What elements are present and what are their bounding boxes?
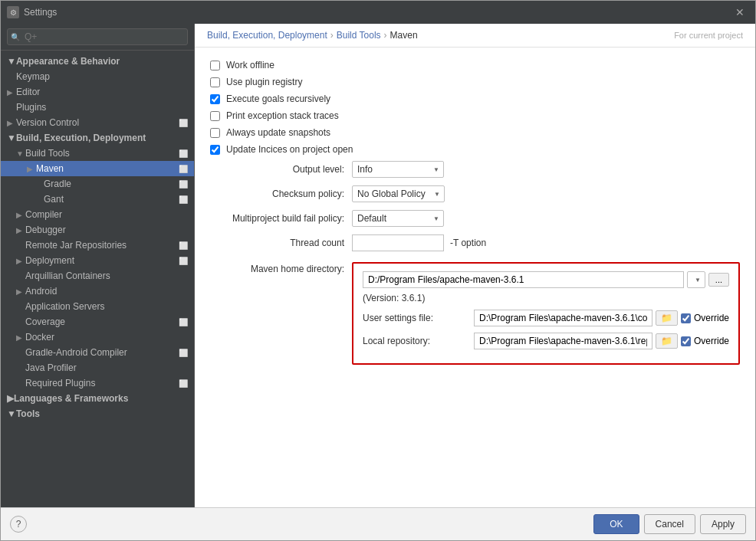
sidebar-item-maven[interactable]: ▶ Maven ⬜ <box>1 161 194 176</box>
close-button[interactable]: ✕ <box>731 5 749 20</box>
local-repo-label: Local repository: <box>363 336 474 346</box>
sidebar-item-label: Languages & Frameworks <box>14 393 128 404</box>
sidebar-item-build-tools[interactable]: ▼ Build Tools ⬜ <box>1 146 194 161</box>
sidebar-item-android[interactable]: ▶ Android <box>1 284 194 299</box>
arrow-icon <box>16 272 25 280</box>
arrow-icon: ▼ <box>7 56 16 67</box>
thread-count-input[interactable] <box>352 234 444 251</box>
maven-section: ... (Version: 3.6.1) User settings file: <box>352 262 740 365</box>
arrow-icon <box>16 364 25 372</box>
checksum-policy-value: No Global Policy Warn Fail <box>352 185 740 202</box>
sidebar-item-compiler[interactable]: ▶ Compiler <box>1 207 194 222</box>
thread-count-row: Thread count -T option <box>210 234 740 251</box>
sidebar-item-plugins[interactable]: Plugins <box>1 100 194 115</box>
ok-button[interactable]: OK <box>593 514 639 534</box>
sidebar-item-gradle-android[interactable]: Gradle-Android Compiler ⬜ <box>1 345 194 360</box>
sidebar-item-build-execution[interactable]: ▼ Build, Execution, Deployment <box>1 130 194 146</box>
sidebar-item-label: Plugins <box>16 102 46 113</box>
update-indices-checkbox[interactable] <box>210 145 220 155</box>
output-level-select[interactable]: Info Debug Error <box>352 161 444 178</box>
use-plugin-registry-checkbox[interactable] <box>210 77 220 87</box>
sidebar-item-label: Build Tools <box>25 148 70 159</box>
sidebar-item-keymap[interactable]: Keymap <box>1 69 194 84</box>
multiproject-policy-row: Multiproject build fail policy: Default … <box>210 210 740 227</box>
checksum-policy-row: Checksum policy: No Global Policy Warn F… <box>210 185 740 202</box>
sidebar-item-required-plugins[interactable]: Required Plugins ⬜ <box>1 375 194 391</box>
print-exception-checkbox[interactable] <box>210 111 220 121</box>
execute-goals-checkbox[interactable] <box>210 94 220 104</box>
user-settings-row: User settings file: 📁 Override <box>363 310 729 326</box>
sidebar-item-label: Compiler <box>25 209 62 220</box>
checksum-policy-select-wrapper: No Global Policy Warn Fail <box>352 185 445 202</box>
arrow-icon <box>16 379 25 388</box>
window-icon: ⚙ <box>7 6 19 18</box>
search-input[interactable] <box>7 28 188 45</box>
arrow-icon: ▶ <box>27 165 36 173</box>
maven-browse-button[interactable]: ... <box>708 273 729 287</box>
arrow-icon <box>35 195 44 204</box>
breadcrumb-project-label: For current project <box>674 31 743 40</box>
sync-icon: ⬜ <box>179 379 188 388</box>
checkbox-print-exception: Print exception stack traces <box>210 110 740 121</box>
maven-home-input[interactable] <box>363 271 684 288</box>
sidebar-item-tools[interactable]: ▼ Tools <box>1 406 194 421</box>
multiproject-policy-select[interactable]: Default Fail At End Never Fail <box>352 210 444 227</box>
arrow-icon <box>16 241 25 250</box>
arrow-icon: ▶ <box>16 257 25 265</box>
sidebar-item-app-servers[interactable]: Application Servers <box>1 299 194 314</box>
local-repo-override-checkbox[interactable] <box>681 336 691 346</box>
sidebar-item-coverage[interactable]: Coverage ⬜ <box>1 314 194 330</box>
user-settings-browse-button[interactable]: 📁 <box>656 310 678 326</box>
update-indices-label: Update Incices on project open <box>226 144 353 155</box>
nav-tree: ▼ Appearance & Behavior Keymap ▶ Editor <box>1 51 194 507</box>
apply-button[interactable]: Apply <box>700 514 746 534</box>
sidebar-item-deployment[interactable]: ▶ Deployment ⬜ <box>1 253 194 268</box>
thread-count-value: -T option <box>352 234 740 251</box>
sidebar-item-appearance[interactable]: ▼ Appearance & Behavior <box>1 54 194 69</box>
sidebar-item-languages[interactable]: ▶ Languages & Frameworks <box>1 391 194 406</box>
search-wrapper <box>7 28 188 45</box>
sidebar-item-docker[interactable]: ▶ Docker <box>1 330 194 345</box>
breadcrumb-item-1[interactable]: Build, Execution, Deployment <box>207 30 327 41</box>
arrow-icon <box>16 303 25 311</box>
always-update-checkbox[interactable] <box>210 128 220 138</box>
checksum-policy-select[interactable]: No Global Policy Warn Fail <box>352 185 445 202</box>
maven-home-select[interactable] <box>687 271 705 288</box>
output-level-value: Info Debug Error <box>352 161 740 178</box>
sidebar-item-arquillian[interactable]: Arquillian Containers <box>1 268 194 284</box>
arrow-icon: ▼ <box>16 149 25 158</box>
arrow-icon: ▶ <box>16 333 25 342</box>
work-offline-checkbox[interactable] <box>210 61 220 70</box>
help-button[interactable]: ? <box>10 516 27 533</box>
output-level-label: Output level: <box>210 164 352 175</box>
maven-home-dropdown-wrapper <box>687 271 705 288</box>
breadcrumb-item-2[interactable]: Build Tools <box>337 30 381 41</box>
sidebar-item-label: Appearance & Behavior <box>16 56 120 67</box>
local-repo-input[interactable] <box>474 333 652 349</box>
sidebar-item-debugger[interactable]: ▶ Debugger <box>1 222 194 238</box>
sidebar-item-label: Build, Execution, Deployment <box>16 133 146 143</box>
local-repo-browse-button[interactable]: 📁 <box>656 333 678 349</box>
sidebar-item-gradle[interactable]: Gradle ⬜ <box>1 176 194 192</box>
user-settings-label: User settings file: <box>363 313 474 323</box>
sidebar-item-java-profiler[interactable]: Java Profiler <box>1 360 194 375</box>
sidebar-item-version-control[interactable]: ▶ Version Control ⬜ <box>1 115 194 130</box>
arrow-icon <box>16 318 25 326</box>
sidebar-item-gant[interactable]: Gant ⬜ <box>1 192 194 207</box>
sidebar-item-remote-jar[interactable]: Remote Jar Repositories ⬜ <box>1 238 194 253</box>
user-settings-override-checkbox[interactable] <box>681 313 691 323</box>
sidebar-item-label: Version Control <box>16 117 79 128</box>
cancel-button[interactable]: Cancel <box>644 514 695 534</box>
checksum-policy-label: Checksum policy: <box>210 189 352 199</box>
user-settings-input[interactable] <box>474 310 652 326</box>
sync-icon: ⬜ <box>179 195 188 204</box>
sidebar-item-label: Tools <box>16 408 40 419</box>
sync-icon: ⬜ <box>179 180 188 189</box>
arrow-icon <box>35 180 44 189</box>
sidebar-item-label: Java Profiler <box>25 362 77 373</box>
sidebar-item-editor[interactable]: ▶ Editor <box>1 84 194 100</box>
arrow-icon <box>16 349 25 357</box>
sidebar-item-label: Gradle-Android Compiler <box>25 347 127 358</box>
window-title: Settings <box>24 7 731 18</box>
sync-icon: ⬜ <box>179 119 188 127</box>
